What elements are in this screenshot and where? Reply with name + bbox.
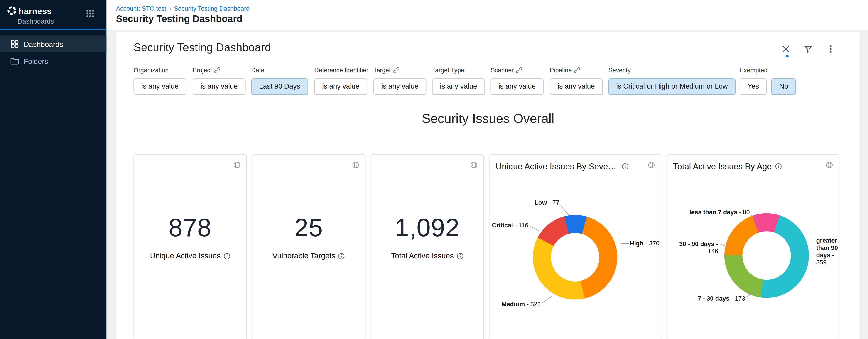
filter-value-button[interactable]: is any value xyxy=(550,78,602,95)
brand-name: harness xyxy=(19,6,52,16)
tile-unique-active-issues-by-severity: Unique Active Issues By Severity Low - 7 xyxy=(490,154,661,339)
filter-label: Date xyxy=(251,66,264,74)
section-title: Security Issues Overall xyxy=(116,111,860,126)
info-icon[interactable] xyxy=(775,163,782,169)
filter-label: Reference Identifier xyxy=(314,66,368,74)
donut-label-30-90-days: 30 - 90 days - 146 xyxy=(668,241,718,255)
close-icon[interactable] xyxy=(781,45,790,54)
link-icon xyxy=(516,67,522,73)
tile-vulnerable-targets: 25 Vulnerable Targets xyxy=(252,154,366,339)
breadcrumb: Account: STO test › Security Testing Das… xyxy=(106,0,868,12)
breadcrumb-account-link[interactable]: Account: STO test xyxy=(116,5,166,12)
kebab-menu-icon[interactable] xyxy=(826,45,835,54)
dashboard-actions xyxy=(781,45,835,54)
donut-label-greater-than-90-days: greater than 90 days - 359 xyxy=(816,237,840,266)
main-content: Security Testing Dashboard Organ xyxy=(106,30,868,339)
chart-title-row: Unique Active Issues By Severity xyxy=(496,161,629,171)
chart-title-row: Total Active Issues By Age xyxy=(673,161,782,171)
filter-value-button[interactable]: is Critical or High or Medium or Low xyxy=(608,78,736,95)
info-icon[interactable] xyxy=(223,252,230,259)
sidebar-item-label: Dashboards xyxy=(24,40,63,48)
page-title: Security Testing Dashboard xyxy=(106,12,868,25)
filter-exempted: Exempted Yes No xyxy=(740,66,796,95)
filter-label: Target Type xyxy=(432,66,464,74)
stat: 878 Unique Active Issues xyxy=(134,213,246,260)
link-icon xyxy=(214,67,220,73)
sidebar-header: harness Dashboards xyxy=(0,0,106,30)
leader-line xyxy=(809,254,815,254)
filter-icon[interactable] xyxy=(804,45,813,54)
donut-label-low: Low - 77 xyxy=(500,199,559,206)
filter-value-button[interactable]: is any value xyxy=(491,78,544,95)
dashboards-icon xyxy=(10,39,19,49)
sidebar-item-label: Folders xyxy=(24,57,48,65)
filter-value-button[interactable]: Last 90 Days xyxy=(251,78,308,95)
dashboard-card: Security Testing Dashboard Organ xyxy=(116,32,860,339)
donut-hole xyxy=(551,233,599,282)
chevron-right-icon: › xyxy=(169,5,171,12)
filter-scanner: Scanner is any value xyxy=(491,66,544,95)
filter-value-button[interactable]: is any value xyxy=(432,78,485,95)
filter-bar: Organization is any value Project is any… xyxy=(116,66,860,107)
donut-label-less-than-7-days: less than 7 days - 80 xyxy=(668,209,750,216)
age-donut-chart[interactable] xyxy=(724,213,809,298)
stat-value: 878 xyxy=(134,213,246,243)
filter-value-button[interactable]: is any value xyxy=(373,78,426,95)
stat-title: Total Active Issues xyxy=(391,252,454,260)
leader-line xyxy=(621,243,629,244)
info-icon[interactable] xyxy=(457,252,463,259)
filter-project: Project is any value xyxy=(193,66,245,95)
donut-hole xyxy=(742,231,791,280)
stat-title: Unique Active Issues xyxy=(150,252,220,260)
filter-value-button[interactable]: is any value xyxy=(133,78,186,95)
dashboard-title: Security Testing Dashboard xyxy=(133,41,271,54)
breadcrumb-dashboard-link[interactable]: Security Testing Dashboard xyxy=(174,5,250,12)
globe-icon[interactable] xyxy=(470,161,477,169)
filter-value-button[interactable]: is any value xyxy=(314,78,367,95)
stat-title: Vulnerable Targets xyxy=(273,252,336,260)
globe-icon[interactable] xyxy=(352,161,359,169)
donut-label-high: High - 370 xyxy=(630,240,661,247)
link-icon xyxy=(574,67,580,73)
info-icon[interactable] xyxy=(622,163,629,169)
filter-target: Target is any value xyxy=(373,66,426,95)
filter-label: Organization xyxy=(133,66,168,74)
globe-icon[interactable] xyxy=(233,161,241,169)
top-bar: Account: STO test › Security Testing Das… xyxy=(106,0,868,30)
info-icon[interactable] xyxy=(338,252,345,259)
exempted-no-button[interactable]: No xyxy=(771,78,796,95)
filter-label: Project xyxy=(193,66,212,74)
sidebar: harness Dashboards Dashboards xyxy=(0,0,106,339)
chart-title: Unique Active Issues By Severity xyxy=(496,161,618,171)
stat-value: 1,092 xyxy=(371,213,483,243)
folder-icon xyxy=(10,56,19,65)
filter-label: Exempted xyxy=(740,66,768,74)
stat-value: 25 xyxy=(252,213,365,243)
filter-label: Scanner xyxy=(491,66,514,74)
donut-label-critical: Critical - 116 xyxy=(490,222,528,229)
filter-label: Target xyxy=(373,66,391,74)
leader-line xyxy=(542,296,552,303)
app-window: harness Dashboards Dashboards xyxy=(0,0,868,339)
filter-reference-identifier: Reference Identifier is any value xyxy=(314,66,368,95)
sidebar-item-dashboards[interactable]: Dashboards xyxy=(0,35,106,52)
tile-unique-active-issues: 878 Unique Active Issues xyxy=(133,154,247,339)
filter-pipeline: Pipeline is any value xyxy=(550,66,602,95)
cursor-dot xyxy=(786,55,788,57)
severity-donut-chart[interactable] xyxy=(533,215,617,300)
filter-value-button[interactable]: is any value xyxy=(193,78,245,95)
link-icon xyxy=(393,67,399,73)
stat: 25 Vulnerable Targets xyxy=(252,213,365,260)
sidebar-item-folders[interactable]: Folders xyxy=(0,53,106,69)
globe-icon[interactable] xyxy=(648,161,655,169)
tile-total-active-issues-by-age: Total Active Issues By Age less than 7 d xyxy=(667,154,839,339)
filter-target-type: Target Type is any value xyxy=(432,66,485,95)
filter-date: Date Last 90 Days xyxy=(251,66,308,95)
app-grid-icon[interactable] xyxy=(86,9,95,18)
sidebar-nav: Dashboards Folders xyxy=(0,30,106,69)
globe-icon[interactable] xyxy=(826,161,833,169)
donut-label-7-30-days: 7 - 30 days - 173 xyxy=(668,295,745,303)
stat: 1,092 Total Active Issues xyxy=(371,213,483,260)
filter-label: Pipeline xyxy=(550,66,572,74)
exempted-yes-button[interactable]: Yes xyxy=(740,78,767,95)
